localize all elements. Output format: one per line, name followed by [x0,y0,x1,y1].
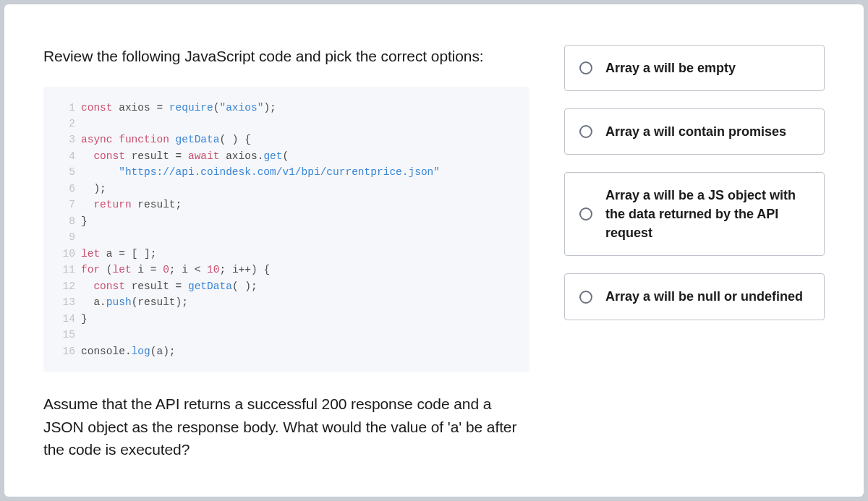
answer-option-label: Array a will be a JS object with the dat… [605,186,808,242]
question-intro: Review the following JavaScript code and… [43,45,529,68]
radio-icon [579,207,592,220]
answer-option-label: Array a will contain promises [605,122,786,141]
answer-option-label: Array a will be empty [605,59,736,77]
question-left-panel: Review the following JavaScript code and… [43,45,529,468]
question-card: Review the following JavaScript code and… [4,4,864,497]
code-block: 1const axios = require("axios"); 2 3asyn… [43,87,529,373]
radio-icon [579,125,592,138]
radio-icon [579,291,592,304]
answer-option-3[interactable]: Array a will be null or undefined [564,273,825,320]
radio-icon [579,61,592,74]
answer-option-label: Array a will be null or undefined [605,287,803,306]
options-panel: Array a will be empty Array a will conta… [564,45,825,468]
answer-option-0[interactable]: Array a will be empty [564,45,825,91]
answer-option-2[interactable]: Array a will be a JS object with the dat… [564,172,825,256]
question-followup: Assume that the API returns a successful… [43,393,529,461]
answer-option-1[interactable]: Array a will contain promises [564,108,825,155]
